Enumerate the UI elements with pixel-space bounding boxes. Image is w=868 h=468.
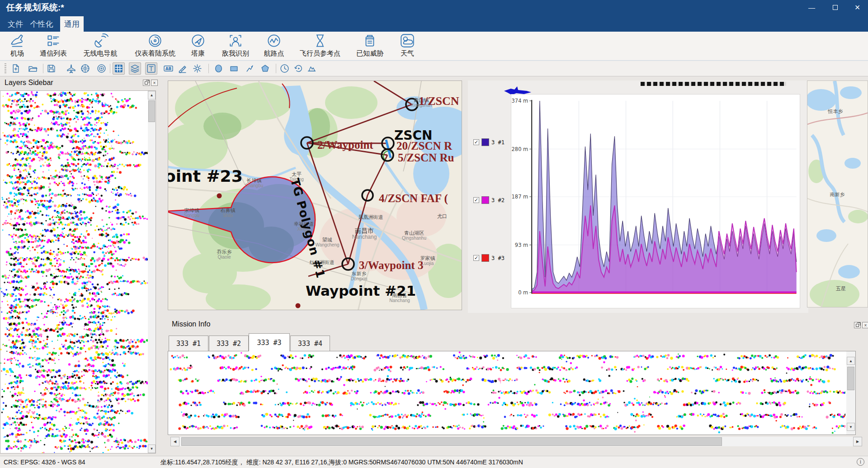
maximize-icon <box>833 5 838 10</box>
scroll-thumb[interactable] <box>847 367 854 390</box>
series-visibility-checkbox[interactable]: ✓ <box>473 197 479 203</box>
info-icon[interactable]: i <box>857 458 864 466</box>
series-label: 3 #3 <box>491 255 505 261</box>
settings-button[interactable] <box>191 62 203 75</box>
layers-sidebar-title: Layers Sidebar <box>5 79 53 87</box>
ruler-button[interactable] <box>176 62 189 75</box>
point-marker <box>296 303 301 308</box>
legend-item-2: ✓3 #2 <box>473 196 505 204</box>
mission-tab-333-3[interactable]: 333 #3 <box>249 333 290 351</box>
svg-text:374 m: 374 m <box>512 98 528 104</box>
radar-scan-icon <box>80 64 90 73</box>
label-ab-button[interactable]: AB <box>162 62 175 75</box>
new-file-button[interactable] <box>9 62 22 75</box>
mission-table-anonymized[interactable] <box>168 351 845 435</box>
mission-float-button[interactable] <box>854 322 861 328</box>
open-folder-button[interactable] <box>27 62 39 75</box>
ellipse-shape-button[interactable] <box>212 62 225 75</box>
sidebar-close-button[interactable]: × <box>151 80 158 86</box>
ribbon-toolbar: 机场通信列表无线电导航仪表着陆系统塔康敌我识别航路点飞行员参考点已知威胁天气 <box>0 32 868 61</box>
scroll-right-button[interactable]: ▶ <box>853 437 862 446</box>
radar-scan-button[interactable] <box>79 62 91 75</box>
menu-tab-file[interactable]: 文件 <box>4 16 27 32</box>
scroll-left-button[interactable]: ◀ <box>170 437 179 446</box>
point-marker <box>217 194 222 199</box>
waypoint-icon <box>266 33 282 49</box>
aircraft-icon <box>66 64 76 73</box>
series-visibility-checkbox[interactable]: ✓ <box>473 139 479 145</box>
label-ab-icon: AB <box>164 64 173 73</box>
lightning-route-button[interactable] <box>244 62 256 75</box>
mission-tab-333-1[interactable]: 333 #1 <box>169 336 208 351</box>
grid-button[interactable] <box>113 62 125 75</box>
threat-icon <box>362 33 378 49</box>
clock-button[interactable] <box>278 62 291 75</box>
toolbar-separator <box>208 64 209 73</box>
save-button[interactable] <box>45 62 57 75</box>
series-label: 3 #2 <box>491 197 505 203</box>
mission-vertical-scrollbar[interactable]: ▲ ▼ <box>846 351 855 435</box>
target-rings-button[interactable] <box>95 62 108 75</box>
polygon-shape-button[interactable] <box>259 62 271 75</box>
series-color-swatch <box>481 138 489 146</box>
sidebar-float-button[interactable] <box>143 80 150 86</box>
quick-toolbar: AB <box>0 61 868 76</box>
restore-icon <box>856 324 859 327</box>
new-file-icon <box>11 64 20 73</box>
series-visibility-checkbox[interactable]: ✓ <box>473 255 479 261</box>
svg-text:0 m: 0 m <box>518 289 528 296</box>
minimize-button[interactable]: — <box>801 0 822 15</box>
sidebar-scrollbar[interactable]: ▲ ▼ <box>148 91 156 453</box>
layers-sidebar-panel: Layers Sidebar × ▲ ▼ <box>0 78 156 454</box>
scroll-thumb[interactable] <box>148 100 155 122</box>
window-title: 任务规划系统:* <box>6 2 64 14</box>
target-rings-icon <box>97 64 106 73</box>
close-button[interactable]: × <box>847 0 868 15</box>
settings-icon <box>193 64 202 73</box>
mission-tab-333-4[interactable]: 333 #4 <box>290 336 330 351</box>
scroll-up-button[interactable]: ▲ <box>148 91 156 99</box>
titlebar: 任务规划系统:* — × 文件 个性化 通用 <box>0 0 868 32</box>
radio-nav-icon <box>92 33 108 49</box>
time-history-button[interactable] <box>292 62 305 75</box>
ils-icon <box>147 33 163 49</box>
main-map[interactable]: 象山镇Xiangshan太平Taiping长埠镇Changbu宋埠镇Songbu… <box>168 80 462 310</box>
series-color-swatch <box>481 254 489 262</box>
mission-table-content[interactable]: ▲ ▼ <box>168 351 856 435</box>
scroll-down-button[interactable]: ▼ <box>847 423 855 431</box>
open-folder-icon <box>28 64 38 73</box>
scroll-up-button[interactable]: ▲ <box>847 357 855 365</box>
menu-tab-personalize[interactable]: 个性化 <box>27 16 56 32</box>
time-history-icon <box>294 64 303 73</box>
mission-planning-window: 任务规划系统:* — × 文件 个性化 通用 机场通信列表无线电导航仪表着陆系统… <box>0 0 868 468</box>
maximize-button[interactable] <box>825 0 846 15</box>
menu-tab-general[interactable]: 通用 <box>60 16 84 32</box>
mission-horizontal-scrollbar[interactable]: ◀ ▶ <box>170 437 862 446</box>
mission-info-title: Mission Info <box>172 320 210 328</box>
rectangle-shape-icon <box>229 64 239 73</box>
airport-icon <box>9 33 25 49</box>
comm-list-icon <box>45 33 61 49</box>
layers-button[interactable] <box>129 62 141 75</box>
profile-legend: ✓3 #1✓3 #2✓3 #3 <box>468 80 511 313</box>
toolbar-grip[interactable] <box>5 63 6 74</box>
scroll-down-button[interactable]: ▼ <box>148 444 156 453</box>
ribbon-item-radio-nav[interactable]: 无线电导航 <box>71 33 130 61</box>
rectangle-shape-button[interactable] <box>228 62 240 75</box>
mission-tab-333-2[interactable]: 333 #2 <box>209 336 249 351</box>
secondary-map[interactable]: 恒丰乡南新乡五星 <box>807 80 868 307</box>
tacan-icon <box>190 33 206 49</box>
aircraft-button[interactable] <box>65 62 77 75</box>
toolbar-separator <box>276 64 276 73</box>
svg-text:AB: AB <box>165 66 172 71</box>
ribbon-item-weather[interactable]: 天气 <box>378 33 437 61</box>
map-base-layer <box>168 81 462 310</box>
mission-close-button[interactable]: × <box>862 322 868 328</box>
clock-icon <box>280 64 289 73</box>
terrain-alert-button[interactable] <box>306 62 318 75</box>
scroll-thumb[interactable] <box>181 437 722 446</box>
layers-tree-anonymized[interactable] <box>0 91 148 453</box>
text-annotation-button[interactable] <box>145 62 157 75</box>
status-bar: CRS: EPSG: 4326 - WGS 84 坐标:116.4547,28.… <box>0 456 868 468</box>
layers-tree-content[interactable]: ▲ ▼ <box>0 90 156 454</box>
